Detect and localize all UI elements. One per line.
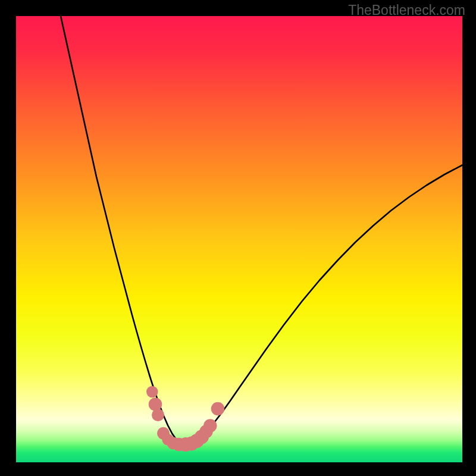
- curve-right-branch: [186, 165, 462, 445]
- curves-layer: [16, 16, 462, 462]
- highlight-marker: [211, 402, 225, 416]
- chart-stage: TheBottleneck.com: [0, 0, 476, 476]
- highlight-marker: [146, 386, 158, 398]
- curve-left-branch: [61, 16, 186, 444]
- plot-area: [16, 16, 462, 462]
- highlight-marker: [149, 397, 162, 411]
- highlight-marker: [152, 409, 164, 421]
- marker-group: [146, 386, 224, 452]
- highlight-marker: [203, 419, 217, 433]
